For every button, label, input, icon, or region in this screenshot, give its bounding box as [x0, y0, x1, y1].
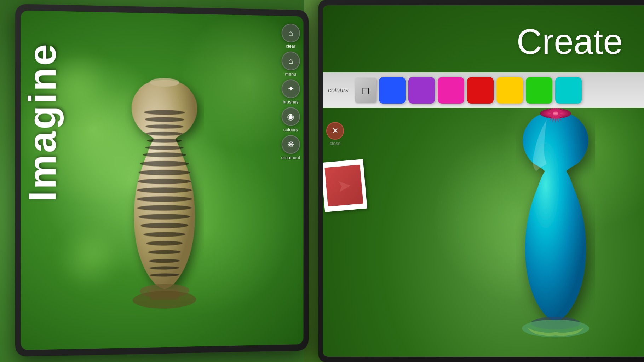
color-swatch-cyan[interactable] — [555, 77, 582, 104]
color-swatch-green[interactable] — [526, 77, 552, 104]
clear-button[interactable]: ⌂ clear — [281, 23, 300, 49]
create-title: Create — [517, 21, 623, 62]
colours-icon[interactable]: ◉ — [281, 107, 300, 126]
right-vase-container — [485, 102, 644, 350]
colours-button[interactable]: ◉ colours — [281, 107, 300, 132]
color-swatch-pink[interactable] — [438, 77, 464, 104]
svg-point-7 — [137, 187, 192, 193]
color-swatch-red[interactable] — [467, 77, 494, 104]
brushes-label: brushes — [283, 99, 299, 104]
color-swatch-blue[interactable] — [379, 77, 406, 104]
clay-vase — [100, 69, 228, 319]
menu-icon[interactable]: ⌂ — [281, 51, 300, 70]
svg-point-21 — [146, 132, 183, 136]
ornament-icon[interactable]: ❋ — [281, 135, 300, 154]
color-swatch-purple[interactable] — [408, 77, 435, 104]
svg-point-6 — [138, 179, 191, 184]
svg-point-1 — [147, 139, 182, 143]
menu-label: menu — [285, 71, 296, 77]
close-button[interactable]: ✕ close — [326, 122, 344, 146]
brushes-button[interactable]: ✦ brushes — [281, 79, 300, 104]
imagine-text: Imagine — [19, 42, 64, 202]
colours-strip: colours ◻ — [323, 72, 644, 108]
svg-point-5 — [138, 170, 191, 175]
close-label: close — [330, 141, 340, 146]
menu-button[interactable]: ⌂ menu — [281, 51, 300, 77]
left-vase-container — [75, 40, 252, 348]
arrow-icon: ➤ — [336, 175, 352, 196]
color-swatch-yellow[interactable] — [496, 77, 523, 104]
colours-strip-label: colours — [328, 87, 349, 94]
svg-point-8 — [137, 196, 192, 202]
photo-card-inner: ➤ — [324, 165, 363, 206]
close-icon[interactable]: ✕ — [326, 122, 344, 140]
colours-label: colours — [283, 127, 298, 132]
svg-point-3 — [143, 152, 186, 157]
photo-card: ➤ — [323, 159, 367, 212]
clear-icon[interactable]: ⌂ — [281, 23, 300, 42]
brushes-icon[interactable]: ✦ — [281, 79, 300, 98]
clear-label: clear — [286, 43, 295, 49]
svg-point-2 — [145, 146, 184, 150]
svg-point-4 — [140, 161, 189, 167]
svg-point-9 — [137, 205, 192, 211]
svg-point-10 — [138, 214, 191, 220]
ornament-button[interactable]: ❋ ornament — [281, 135, 300, 160]
eraser-button[interactable]: ◻ — [355, 78, 376, 103]
colored-vase — [485, 102, 626, 343]
ornament-label: ornament — [281, 155, 300, 160]
eraser-icon: ◻ — [362, 84, 370, 96]
toolbar: ⌂ clear ⌂ menu ✦ brushes ◉ colours ❋ orn… — [281, 23, 300, 160]
